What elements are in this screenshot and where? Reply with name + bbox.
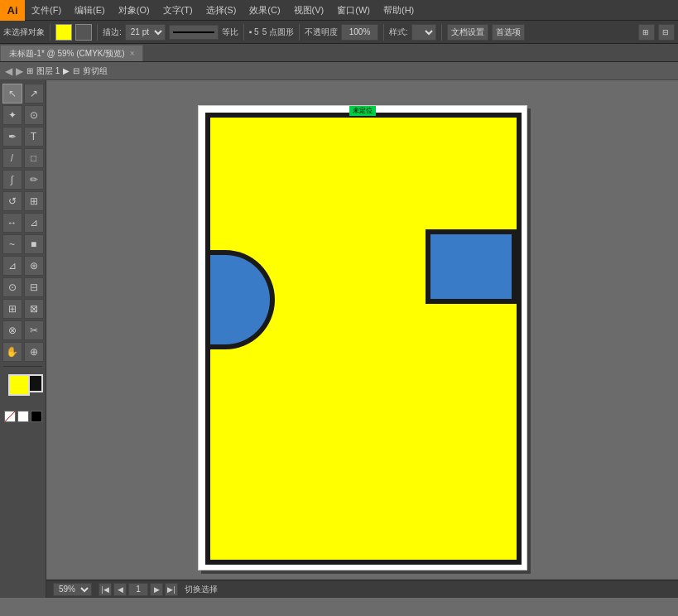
tool-row-13: ✋ ⊕	[2, 342, 44, 362]
main-area: ↖ ↗ ✦ ⊙ ✒ T / □ ∫ ✏ ↺ ⊞ ↔ ⊿ ~ ■	[0, 80, 678, 598]
opacity-label: 不透明度	[305, 26, 338, 38]
breadcrumb-layer[interactable]: 图层 1	[36, 65, 60, 77]
text-tool[interactable]: T	[24, 127, 44, 147]
scale-tool[interactable]: ↔	[2, 213, 22, 233]
half-circle	[209, 250, 275, 349]
toolbox: ↖ ↗ ✦ ⊙ ✒ T / □ ∫ ✏ ↺ ⊞ ↔ ⊿ ~ ■	[0, 80, 46, 598]
breadcrumb-left-arrow[interactable]: ◀	[5, 65, 12, 77]
paintbrush-tool[interactable]: ∫	[2, 170, 22, 190]
color-swatches	[2, 411, 44, 422]
tool-row-11: ⊞ ⊠	[2, 299, 44, 319]
menu-object[interactable]: 对象(O)	[112, 0, 156, 20]
doc-tab-title: 未标题-1* @ 59% (CMYK/预览)	[9, 48, 125, 60]
gradient-tool[interactable]: ■	[24, 234, 44, 254]
breadcrumb-bar: ◀ ▶ ⊞ 图层 1 ▶ ⊟ 剪切组	[0, 62, 678, 80]
menu-effect[interactable]: 效果(C)	[243, 0, 286, 20]
menu-select[interactable]: 选择(S)	[200, 0, 243, 20]
none-swatch[interactable]	[4, 411, 16, 422]
doc-settings-btn[interactable]: 文档设置	[447, 24, 488, 41]
magic-wand-tool[interactable]: ✦	[2, 105, 22, 125]
no-selection-label: 未选择对象	[3, 26, 45, 38]
action-label: 切换选择	[185, 584, 218, 595]
view-toggle-btn[interactable]: ⊟	[658, 24, 675, 41]
artboard[interactable]: 未定位	[198, 105, 527, 570]
menu-window[interactable]: 窗口(W)	[330, 0, 377, 20]
black-swatch[interactable]	[31, 411, 42, 422]
direct-selection-tool[interactable]: ↗	[24, 84, 44, 103]
tool-row-5: ∫ ✏	[2, 170, 44, 190]
prev-page-btn[interactable]: ◀	[113, 583, 127, 596]
last-page-btn[interactable]: ▶|	[165, 583, 178, 596]
arrange-btn[interactable]: ⊞	[638, 24, 655, 41]
page-input[interactable]	[128, 583, 148, 596]
fill-color-swatch[interactable]	[55, 24, 72, 41]
shear-tool[interactable]: ⊿	[24, 213, 44, 233]
menu-edit[interactable]: 编辑(E)	[68, 0, 112, 20]
reflect-tool[interactable]: ⊞	[24, 191, 44, 211]
opacity-input[interactable]	[341, 24, 378, 41]
eraser-tool[interactable]: ⊗	[2, 320, 22, 340]
menu-type[interactable]: 文字(T)	[156, 0, 200, 20]
rotate-tool[interactable]: ↺	[2, 191, 22, 211]
doc-tab-active[interactable]: 未标题-1* @ 59% (CMYK/预览) ×	[0, 45, 143, 61]
tool-row-7: ↔ ⊿	[2, 213, 44, 233]
shape-tool[interactable]: □	[24, 148, 44, 168]
symbols-tool[interactable]: ⊙	[2, 277, 22, 297]
menu-items: 文件(F) 编辑(E) 对象(O) 文字(T) 选择(S) 效果(C) 视图(V…	[25, 0, 421, 20]
white-swatch[interactable]	[17, 411, 29, 422]
menu-view[interactable]: 视图(V)	[287, 0, 331, 20]
style-select[interactable]	[411, 24, 436, 41]
breadcrumb-clip-icon: ⊟	[73, 66, 79, 75]
graph-tool[interactable]: ⊟	[24, 277, 44, 297]
tool-row-9: ⊿ ⊛	[2, 256, 44, 276]
eyedropper-tool[interactable]: ⊿	[2, 256, 22, 276]
style-label: 样式:	[389, 26, 408, 38]
stroke-size-select[interactable]: 21 pt	[125, 24, 166, 41]
sep3	[243, 24, 244, 41]
breadcrumb-separator: ▶	[63, 66, 70, 75]
color-boxes	[2, 374, 44, 404]
ai-logo: Ai	[0, 0, 25, 21]
artwork-border[interactable]	[205, 113, 522, 565]
blend-tool[interactable]: ⊛	[24, 256, 44, 276]
preferences-btn[interactable]: 首选项	[492, 24, 525, 41]
sep5	[383, 24, 384, 41]
artboard-tool[interactable]: ⊞	[2, 299, 22, 319]
next-page-btn[interactable]: ▶	[150, 583, 163, 596]
first-page-btn[interactable]: |◀	[99, 583, 112, 596]
scissors-tool[interactable]: ✂	[24, 320, 44, 340]
lasso-tool[interactable]: ⊙	[24, 105, 44, 125]
tool-row-8: ~ ■	[2, 234, 44, 254]
equal-label: 等比	[222, 26, 238, 38]
hand-tool[interactable]: ✋	[2, 342, 22, 362]
zoom-select[interactable]: 59%	[53, 583, 92, 596]
menu-file[interactable]: 文件(F)	[25, 0, 68, 20]
sep6	[441, 24, 442, 41]
canvas-area[interactable]: 未定位 59% |◀ ◀ ▶ ▶| 切换选择	[46, 80, 678, 598]
top-indicator: 未定位	[349, 105, 376, 116]
stroke-color-btn[interactable]	[75, 24, 92, 41]
status-bar: 59% |◀ ◀ ▶ ▶| 切换选择	[46, 580, 678, 598]
tool-row-10: ⊙ ⊟	[2, 277, 44, 297]
warp-tool[interactable]: ~	[2, 234, 22, 254]
tab-close-btn[interactable]: ×	[130, 49, 135, 58]
tool-row-2: ✦ ⊙	[2, 105, 44, 125]
pen-tool[interactable]: ✒	[2, 127, 22, 147]
sep1	[50, 24, 50, 41]
menu-bar: Ai 文件(F) 编辑(E) 对象(O) 文字(T) 选择(S) 效果(C) 视…	[0, 0, 678, 21]
sep2	[97, 24, 98, 41]
toolbar: 未选择对象 描边: 21 pt 等比 ▪ 5 5 点圆形 不透明度 样式: 文档…	[0, 21, 678, 44]
zoom-tool[interactable]: ⊕	[24, 342, 44, 362]
line-tool[interactable]: /	[2, 148, 22, 168]
breadcrumb-layer-icon: ⊞	[26, 66, 33, 75]
fg-color-swatch[interactable]	[8, 374, 30, 396]
tab-bar: 未标题-1* @ 59% (CMYK/预览) ×	[0, 44, 678, 62]
artboard-container: 未定位	[198, 105, 527, 570]
pencil-tool[interactable]: ✏	[24, 170, 44, 190]
breadcrumb-right-arrow[interactable]: ▶	[16, 65, 23, 77]
breadcrumb-clip-group[interactable]: 剪切组	[83, 65, 108, 77]
stroke-label: 描边:	[103, 26, 122, 38]
menu-help[interactable]: 帮助(H)	[377, 0, 421, 20]
slice-tool[interactable]: ⊠	[24, 299, 44, 319]
selection-tool[interactable]: ↖	[2, 84, 22, 103]
